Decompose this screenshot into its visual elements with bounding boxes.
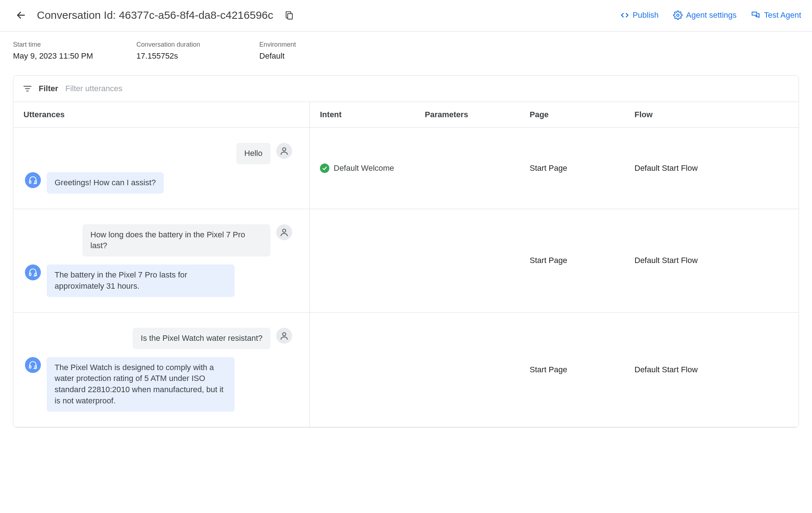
parameters-cell — [415, 128, 520, 209]
svg-rect-13 — [29, 366, 31, 368]
svg-point-9 — [283, 229, 286, 232]
flow-cell: Default Start Flow — [624, 209, 799, 313]
agent-utterance: The battery in the Pixel 7 Pro lasts for… — [47, 264, 235, 297]
agent-avatar-icon — [25, 357, 41, 373]
filter-input[interactable] — [65, 84, 789, 94]
svg-rect-7 — [29, 181, 31, 183]
publish-label: Publish — [633, 10, 659, 20]
duration-value: 17.155752s — [136, 51, 216, 61]
flow-value: Default Start Flow — [634, 256, 698, 265]
code-icon — [620, 11, 629, 20]
svg-rect-1 — [287, 14, 292, 19]
gear-icon — [673, 10, 683, 20]
start-time-value: May 9, 2023 11:50 PM — [13, 51, 93, 61]
copy-icon — [285, 10, 294, 20]
agent-settings-label: Agent settings — [686, 10, 736, 20]
col-header-page: Page — [520, 102, 624, 128]
user-avatar-icon — [276, 143, 292, 159]
intent-cell: Default Welcome — [310, 128, 415, 209]
copy-id-button[interactable] — [281, 7, 297, 23]
intent-cell — [310, 209, 415, 313]
page-value: Start Page — [530, 256, 567, 265]
environment-label: Environment — [259, 41, 339, 48]
page-value: Start Page — [530, 164, 567, 173]
test-agent-button[interactable]: Test Agent — [751, 10, 801, 20]
agent-avatar-icon — [25, 172, 41, 188]
intent-value: Default Welcome — [334, 164, 394, 173]
topbar: Conversation Id: 46377c-a56-8f4-da8-c421… — [0, 0, 812, 31]
user-avatar-icon — [276, 224, 292, 240]
col-header-intent: Intent — [310, 102, 415, 128]
topbar-actions: Publish Agent settings Test Agent — [620, 10, 801, 20]
publish-button[interactable]: Publish — [620, 10, 659, 20]
back-button[interactable] — [13, 7, 29, 23]
agent-utterance: The Pixel Watch is designed to comply wi… — [47, 357, 235, 412]
flow-value: Default Start Flow — [634, 164, 698, 173]
parameters-cell — [415, 313, 520, 427]
parameters-cell — [415, 209, 520, 313]
filter-row: Filter — [13, 76, 799, 102]
utterance-cell[interactable]: HelloGreetings! How can I assist? — [13, 128, 310, 209]
user-avatar-icon — [276, 328, 292, 344]
duration-label: Conversation duration — [136, 41, 216, 48]
test-agent-label: Test Agent — [764, 10, 801, 20]
environment-value: Default — [259, 51, 339, 61]
flow-cell: Default Start Flow — [624, 128, 799, 209]
col-header-flow: Flow — [624, 102, 799, 128]
flow-cell: Default Start Flow — [624, 313, 799, 427]
arrow-back-icon — [16, 10, 26, 20]
user-utterance: How long does the battery in the Pixel 7… — [82, 224, 270, 257]
user-utterance: Is the Pixel Watch water resistant? — [133, 328, 270, 349]
svg-rect-10 — [29, 273, 31, 276]
conversation-table: Filter Utterances Intent Parameters Page… — [13, 75, 799, 428]
svg-point-12 — [283, 332, 286, 336]
chat-icon — [751, 10, 760, 20]
start-time-label: Start time — [13, 41, 93, 48]
page-cell: Start Page — [520, 209, 624, 313]
agent-utterance: Greetings! How can I assist? — [47, 172, 164, 194]
svg-point-6 — [283, 148, 286, 151]
utterance-cell[interactable]: Is the Pixel Watch water resistant?The P… — [13, 313, 310, 427]
page-cell: Start Page — [520, 128, 624, 209]
page-title: Conversation Id: 46377c-a56-8f4-da8-c421… — [37, 9, 273, 21]
agent-avatar-icon — [25, 264, 41, 280]
svg-point-2 — [677, 14, 679, 17]
filter-label: Filter — [39, 84, 58, 93]
user-utterance: Hello — [236, 143, 270, 164]
col-header-parameters: Parameters — [415, 102, 520, 128]
intent-cell — [310, 313, 415, 427]
page-cell: Start Page — [520, 313, 624, 427]
page-value: Start Page — [530, 365, 567, 374]
agent-settings-button[interactable]: Agent settings — [673, 10, 736, 20]
conversation-meta: Start time May 9, 2023 11:50 PM Conversa… — [0, 31, 812, 75]
col-header-utterances: Utterances — [13, 102, 310, 128]
intent-match-icon — [320, 164, 329, 173]
flow-value: Default Start Flow — [634, 365, 698, 374]
utterance-cell[interactable]: How long does the battery in the Pixel 7… — [13, 209, 310, 313]
filter-icon — [23, 84, 32, 93]
